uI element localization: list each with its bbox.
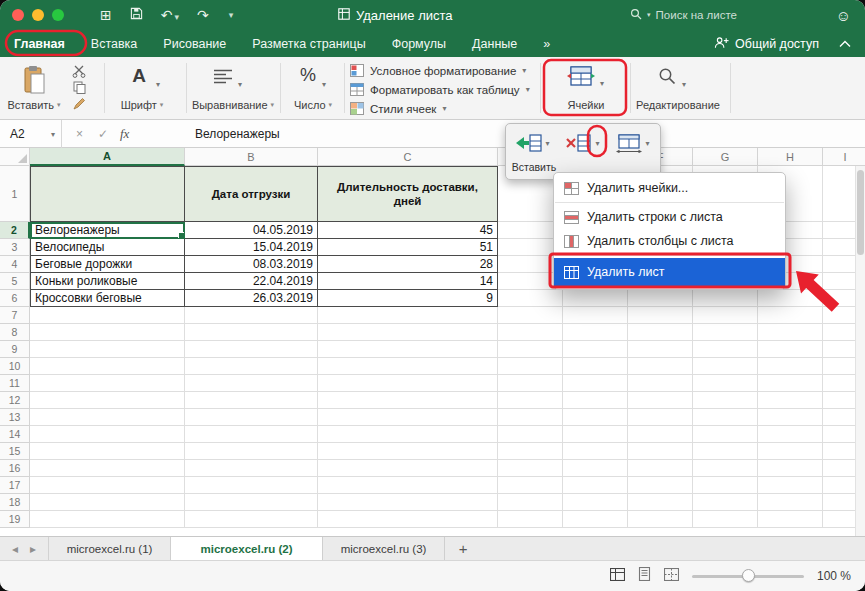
cell-B6[interactable]: 26.03.2019 (185, 290, 318, 307)
editing-caret-icon[interactable]: ▾ (682, 73, 686, 91)
cell-G8[interactable] (693, 324, 758, 341)
cancel-entry-icon[interactable]: × (76, 120, 83, 148)
save-icon[interactable] (130, 7, 143, 23)
row-header-8[interactable]: 8 (0, 324, 30, 341)
sheet-tab-3[interactable]: microexcel.ru (3) (323, 537, 445, 560)
format-as-table-button[interactable]: Форматировать как таблицу▾ (350, 81, 530, 98)
number-group-label[interactable]: Число▾ (282, 99, 344, 111)
cell-E10[interactable] (563, 358, 628, 375)
cell-D13[interactable] (498, 409, 563, 426)
cell-E13[interactable] (563, 409, 628, 426)
cell-F8[interactable] (628, 324, 693, 341)
cell-H6[interactable] (758, 290, 823, 307)
row-header-9[interactable]: 9 (0, 341, 30, 358)
menu-item-delete-cells[interactable]: Удалить ячейки... (554, 176, 785, 200)
select-all-corner[interactable] (0, 148, 30, 166)
cell-A1[interactable] (30, 166, 185, 222)
cell-G6[interactable] (693, 290, 758, 307)
column-header-I[interactable]: I (823, 148, 865, 166)
cell-A13[interactable] (30, 409, 185, 426)
tab-home[interactable]: Главная (14, 37, 65, 51)
insert-function-icon[interactable]: fx (120, 120, 129, 148)
tab-overflow-chevron[interactable]: » (543, 37, 550, 51)
format-painter-brush-icon[interactable] (73, 96, 86, 114)
sheet-tab-1[interactable]: microexcel.ru (1) (49, 537, 171, 560)
cell-B13[interactable] (185, 409, 318, 426)
cell-F15[interactable] (628, 443, 693, 460)
cell-C10[interactable] (318, 358, 498, 375)
undo-caret-icon[interactable]: ▾ (174, 12, 179, 22)
cell-C16[interactable] (318, 460, 498, 477)
tab-data[interactable]: Данные (472, 37, 517, 51)
column-header-B[interactable]: B (185, 148, 318, 166)
cell-H12[interactable] (758, 392, 823, 409)
cell-H8[interactable] (758, 324, 823, 341)
scrollbar-thumb[interactable] (857, 170, 864, 255)
row-header-18[interactable]: 18 (0, 494, 30, 511)
cell-E11[interactable] (563, 375, 628, 392)
cell-A2[interactable]: Велоренажеры (30, 222, 185, 239)
delete-caret-icon[interactable]: ▾ (595, 139, 599, 148)
row-header-5[interactable]: 5 (0, 273, 30, 290)
cell-C15[interactable] (318, 443, 498, 460)
cell-G18[interactable] (693, 494, 758, 511)
cell-A18[interactable] (30, 494, 185, 511)
cell-B10[interactable] (185, 358, 318, 375)
cell-H9[interactable] (758, 341, 823, 358)
format-cells-button[interactable]: ▾ (610, 129, 656, 157)
cell-B19[interactable] (185, 511, 318, 528)
undo-button[interactable]: ↶▾ (161, 7, 179, 23)
alignment-icon[interactable] (212, 67, 234, 85)
next-sheet-arrow[interactable]: ▸ (30, 542, 36, 556)
cell-H10[interactable] (758, 358, 823, 375)
cell-A10[interactable] (30, 358, 185, 375)
cell-B15[interactable] (185, 443, 318, 460)
cell-D7[interactable] (498, 307, 563, 324)
page-layout-view-icon[interactable] (638, 567, 651, 585)
cell-D11[interactable] (498, 375, 563, 392)
cells-caret-icon[interactable]: ▾ (600, 72, 604, 90)
cell-H14[interactable] (758, 426, 823, 443)
cell-C13[interactable] (318, 409, 498, 426)
cell-E9[interactable] (563, 341, 628, 358)
normal-view-icon[interactable] (610, 567, 625, 585)
cell-A6[interactable]: Кроссовки беговые (30, 290, 185, 307)
add-sheet-button[interactable]: + (445, 537, 481, 560)
cell-A7[interactable] (30, 307, 185, 324)
row-header-3[interactable]: 3 (0, 239, 30, 256)
cell-F14[interactable] (628, 426, 693, 443)
cell-A11[interactable] (30, 375, 185, 392)
search-scope-caret-icon[interactable]: ▾ (647, 11, 651, 19)
cell-G16[interactable] (693, 460, 758, 477)
zoom-slider-knob[interactable] (742, 569, 755, 582)
number-format-icon[interactable]: % (296, 63, 320, 87)
cell-B1[interactable]: Дата отгрузки (185, 166, 318, 222)
row-header-4[interactable]: 4 (0, 256, 30, 273)
alignment-caret-icon[interactable]: ▾ (238, 73, 242, 91)
insert-cells-button[interactable]: ▾ (510, 129, 556, 157)
cell-G11[interactable] (693, 375, 758, 392)
cell-G9[interactable] (693, 341, 758, 358)
share-button[interactable]: Общий доступ (714, 30, 819, 57)
cell-E15[interactable] (563, 443, 628, 460)
cell-C9[interactable] (318, 341, 498, 358)
cell-styles-button[interactable]: Стили ячеек▾ (350, 100, 446, 117)
cell-A17[interactable] (30, 477, 185, 494)
close-window-button[interactable] (12, 9, 24, 21)
cells-group-label[interactable]: Ячейки (550, 99, 622, 111)
cell-E16[interactable] (563, 460, 628, 477)
cell-A12[interactable] (30, 392, 185, 409)
cell-H18[interactable] (758, 494, 823, 511)
formula-bar-value[interactable]: Велоренажеры (195, 120, 280, 148)
cell-C17[interactable] (318, 477, 498, 494)
search-box[interactable]: ▾ Поиск на листе (630, 0, 737, 30)
cell-A4[interactable]: Беговые дорожки (30, 256, 185, 273)
cell-E14[interactable] (563, 426, 628, 443)
cell-B18[interactable] (185, 494, 318, 511)
row-header-1[interactable]: 1 (0, 166, 30, 222)
redo-button[interactable]: ↷ (197, 7, 209, 23)
cell-C14[interactable] (318, 426, 498, 443)
editing-group-label[interactable]: Редактирование (630, 99, 726, 111)
cell-G19[interactable] (693, 511, 758, 528)
cell-B12[interactable] (185, 392, 318, 409)
